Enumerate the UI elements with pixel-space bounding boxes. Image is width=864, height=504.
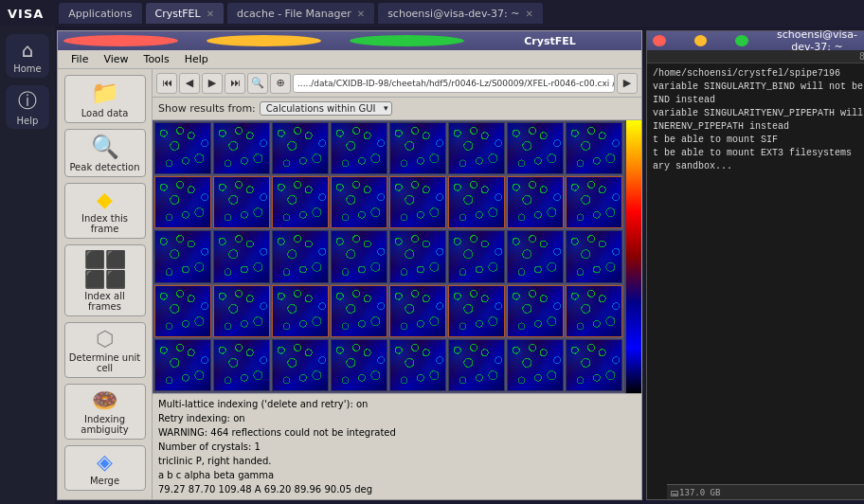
app-tab-dcache[interactable]: dcache - File Manager ✕ — [227, 3, 374, 24]
term-line-2: IND instead — [653, 94, 864, 107]
window-title: CrystFEL — [493, 35, 607, 47]
nav-last-button[interactable]: ⏭ — [225, 73, 245, 94]
sidebar-item-help[interactable]: ⓘ Help — [6, 85, 49, 129]
ambiguity-icon: 🍩 — [92, 388, 117, 412]
det-panel-3-4 — [389, 285, 446, 337]
colorbar — [626, 120, 641, 393]
det-panel-0-1 — [213, 122, 270, 174]
terminal-window: schoensi@visa-dev-37: ~ 80×24 /home/scho… — [646, 30, 864, 500]
unit-cell-icon: ⬡ — [96, 327, 114, 351]
crystfel-body: 📁 Load data 🔍 Peak detection ◆ Index thi… — [58, 69, 641, 499]
det-panel-2-0 — [154, 230, 211, 282]
sidebar-item-home[interactable]: ⌂ Home — [6, 34, 49, 78]
det-panel-3-7 — [566, 285, 622, 337]
index-frame-button[interactable]: ◆ Index this frame — [64, 183, 146, 239]
load-data-icon: 📁 — [91, 80, 119, 106]
peak-detection-button[interactable]: 🔍 Peak detection — [64, 129, 146, 177]
detector-grid — [153, 120, 624, 393]
det-panel-1-7 — [566, 176, 622, 228]
term-line-4: INERENV_PIPEPATH instead — [653, 120, 864, 134]
det-panel-2-7 — [566, 230, 622, 282]
storage-value: 137.0 GB — [679, 488, 720, 497]
main-layout: ⌂ Home ⓘ Help CrystFEL File View Tools H… — [0, 27, 864, 504]
det-panel-2-4 — [389, 230, 446, 282]
det-panel-4-7 — [566, 339, 622, 391]
term-max-button[interactable] — [735, 35, 748, 46]
det-panel-0-3 — [331, 122, 387, 174]
term-min-button[interactable] — [694, 35, 708, 46]
crystfel-left-panel: 📁 Load data 🔍 Peak detection ◆ Index thi… — [58, 69, 153, 499]
det-panel-2-3 — [331, 230, 387, 282]
window-minimize-button[interactable] — [207, 35, 321, 46]
det-panel-0-7 — [566, 122, 622, 174]
index-all-frames-button[interactable]: ⬛⬛⬛⬛ Index all frames — [64, 244, 146, 316]
det-panel-4-3 — [331, 339, 387, 391]
nav-prev-button[interactable]: ◀ — [179, 73, 200, 94]
navigation-toolbar: ⏮ ◀ ▶ ⏭ 🔍 ⊕ ...../data/CXIDB-ID-98/cheet… — [153, 69, 641, 98]
det-panel-1-6 — [507, 176, 564, 228]
terminal-body[interactable]: /home/schoensi/crystfel/spipe7196 variab… — [647, 63, 864, 499]
menu-file[interactable]: File — [63, 53, 96, 65]
close-tab-terminal[interactable]: ✕ — [526, 9, 533, 19]
zoom-in-button[interactable]: ⊕ — [270, 73, 291, 94]
crystfel-window: CrystFEL File View Tools Help 📁 Load dat… — [57, 30, 642, 500]
status-line-3: Number of crystals: 1 — [158, 440, 636, 454]
status-line-2: WARNING: 464 reflections could not be in… — [158, 425, 636, 440]
determine-unit-cell-button[interactable]: ⬡ Determine unit cell — [64, 322, 146, 378]
index-all-icon: ⬛⬛⬛⬛ — [84, 249, 126, 289]
terminal-titlebar: schoensi@visa-dev-37: ~ — [647, 31, 864, 50]
indexing-ambiguity-button[interactable]: 🍩 Indexing ambiguity — [64, 384, 146, 440]
status-line-4: triclinic P, right handed. — [158, 454, 636, 468]
app-tab-crystfel[interactable]: CrystFEL ✕ — [146, 3, 225, 24]
home-icon: ⌂ — [22, 39, 34, 62]
det-panel-4-0 — [154, 339, 211, 391]
term-close-button[interactable] — [653, 35, 666, 46]
detector-view[interactable] — [153, 120, 641, 393]
det-panel-2-1 — [213, 230, 270, 282]
help-icon: ⓘ — [18, 88, 37, 114]
merge-button[interactable]: ◈ Merge — [64, 445, 146, 491]
det-panel-1-5 — [448, 176, 505, 228]
term-line-6: t be able to mount EXT3 filesystems — [653, 147, 864, 160]
det-panel-0-5 — [448, 122, 505, 174]
det-panel-4-2 — [272, 339, 329, 391]
results-from-dropdown[interactable]: Calculations within GUI — [260, 101, 392, 116]
zoom-out-button[interactable]: 🔍 — [247, 73, 268, 94]
det-panel-0-6 — [507, 122, 564, 174]
nav-first-button[interactable]: ⏮ — [156, 73, 177, 94]
term-line-3: variable SINGULARITYENV_PIPEPATH will no… — [653, 107, 864, 120]
det-panel-2-6 — [507, 230, 564, 282]
path-go-button[interactable]: ▶ — [617, 73, 638, 94]
det-panel-4-1 — [213, 339, 270, 391]
det-panel-4-5 — [448, 339, 505, 391]
det-panel-0-2 — [272, 122, 329, 174]
det-panel-3-5 — [448, 285, 505, 337]
det-panel-1-3 — [331, 176, 387, 228]
det-panel-4-6 — [507, 339, 564, 391]
det-panel-2-5 — [448, 230, 505, 282]
load-data-button[interactable]: 📁 Load data — [64, 75, 146, 123]
nav-next-button[interactable]: ▶ — [202, 73, 223, 94]
window-maximize-button[interactable] — [350, 35, 464, 46]
status-line-1: Retry indexing: on — [158, 411, 636, 425]
det-panel-1-1 — [213, 176, 270, 228]
close-tab-crystfel[interactable]: ✕ — [207, 9, 214, 19]
term-line-0: /home/schoensi/crystfel/spipe7196 — [653, 67, 864, 81]
app-tab-applications[interactable]: Applications — [59, 3, 141, 24]
window-close-button[interactable] — [63, 35, 178, 46]
crystfel-main-panel: ⏮ ◀ ▶ ⏭ 🔍 ⊕ ...../data/CXIDB-ID-98/cheet… — [153, 69, 641, 499]
status-line-6: 79.27 87.70 109.48 A 69.20 89.96 90.05 d… — [158, 482, 636, 496]
sidebar: ⌂ Home ⓘ Help — [0, 27, 55, 504]
menu-view[interactable]: View — [96, 53, 135, 65]
storage-bar: 🖴 137.0 GB — [667, 484, 864, 499]
menu-help[interactable]: Help — [177, 53, 216, 65]
det-panel-0-0 — [154, 122, 211, 174]
close-tab-dcache[interactable]: ✕ — [357, 9, 365, 19]
results-from-value: Calculations within GUI — [266, 103, 376, 114]
term-line-7: ary sandbox... — [653, 160, 864, 173]
peak-detection-icon: 🔍 — [91, 134, 119, 160]
det-panel-2-2 — [272, 230, 329, 282]
app-tab-terminal[interactable]: schoensi@visa-dev-37: ~ ✕ — [378, 3, 543, 24]
menu-tools[interactable]: Tools — [136, 53, 177, 65]
status-line-0: Multi-lattice indexing ('delete and retr… — [158, 397, 636, 411]
